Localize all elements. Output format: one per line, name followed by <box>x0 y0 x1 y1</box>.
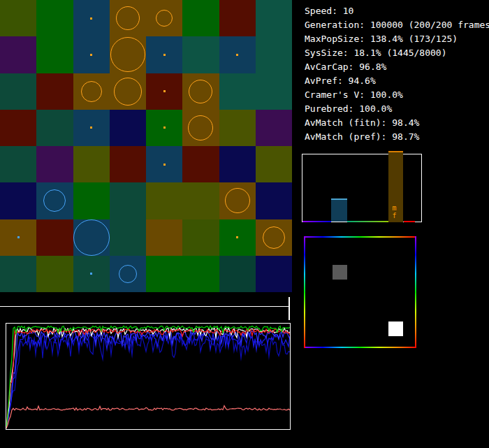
grid-cell <box>219 146 256 182</box>
grid-cell <box>0 146 36 182</box>
grid-cell <box>0 182 36 219</box>
grid-cell <box>256 0 292 36</box>
grid-cell <box>73 219 110 256</box>
stat-generation: Generation: 100000 (200/200 frames) <box>305 18 489 32</box>
grid-cell <box>36 73 73 110</box>
grid-cell <box>0 110 36 146</box>
grid-cell <box>36 36 73 73</box>
axis-gradient-segment <box>347 221 388 222</box>
grid-cell <box>146 182 182 219</box>
stat-av-match-pref: AvMatch (pref): 98.7% <box>305 130 489 144</box>
grid-cell <box>36 219 73 256</box>
grid-cell <box>36 0 73 36</box>
map-rainbow-border <box>415 236 416 348</box>
grid-cell <box>73 256 110 292</box>
grid-cell <box>73 0 110 36</box>
stat-av-pref: AvPref: 94.6% <box>305 74 489 88</box>
grid-cell <box>146 146 182 182</box>
grid-cell <box>182 256 219 292</box>
grid-cell <box>110 256 146 292</box>
genome-map-panel <box>304 236 416 348</box>
grid-cell <box>0 36 36 73</box>
grid-cell <box>219 219 256 256</box>
grid-cell <box>219 182 256 219</box>
grid-cell <box>256 256 292 292</box>
grid-cell <box>36 256 73 292</box>
male-female-label: m f <box>386 204 404 219</box>
grid-cell <box>182 182 219 219</box>
grid-cell <box>256 146 292 182</box>
trend-chart-canvas <box>6 324 290 429</box>
white-square <box>388 321 403 336</box>
grid-cell <box>256 110 292 146</box>
grid-cell <box>256 219 292 256</box>
stat-sys-size: SysSize: 18.1% (1445/8000) <box>305 46 489 60</box>
grid-cell <box>110 0 146 36</box>
grid-cell <box>219 0 256 36</box>
world-grid <box>0 0 292 292</box>
map-rainbow-border <box>304 236 416 238</box>
grid-cell <box>182 146 219 182</box>
grid-cell <box>110 182 146 219</box>
stat-speed: Speed: 10 <box>305 4 489 18</box>
sex-ratio-bar-panel: m f <box>302 154 422 222</box>
grid-cell <box>146 36 182 73</box>
grid-cell <box>73 182 110 219</box>
grid-cell <box>219 256 256 292</box>
map-rainbow-border <box>304 347 416 348</box>
grid-cell <box>146 0 182 36</box>
grid-cell <box>219 36 256 73</box>
grid-cell <box>110 36 146 73</box>
grid-cell <box>182 73 219 110</box>
grid-cell <box>36 146 73 182</box>
grid-cell <box>182 0 219 36</box>
grid-cell <box>146 219 182 256</box>
gray-square <box>333 265 347 280</box>
grid-cell <box>256 36 292 73</box>
frame-progress-line <box>0 306 290 307</box>
axis-gradient-segment <box>404 221 415 222</box>
grid-cell <box>110 219 146 256</box>
grid-cell <box>110 73 146 110</box>
trend-chart-panel <box>6 323 291 430</box>
map-rainbow-border <box>304 236 305 348</box>
grid-cell <box>219 110 256 146</box>
grid-cell <box>0 0 36 36</box>
grid-cell <box>0 256 36 292</box>
stats-panel: Speed: 10 Generation: 100000 (200/200 fr… <box>305 4 489 144</box>
grid-cell <box>36 182 73 219</box>
frame-progress-cursor <box>289 297 290 320</box>
grid-cell <box>36 110 73 146</box>
stat-av-car-cap: AvCarCap: 96.8% <box>305 60 489 74</box>
stat-max-pop-size: MaxPopSize: 138.4% (173/125) <box>305 32 489 46</box>
grid-cell <box>146 73 182 110</box>
stat-cramers-v: Cramer's V: 100.0% <box>305 88 489 102</box>
grid-cell <box>0 219 36 256</box>
stat-av-match-fitn: AvMatch (fitn): 98.4% <box>305 116 489 130</box>
grid-cell <box>110 146 146 182</box>
grid-cell <box>73 146 110 182</box>
grid-cell <box>256 73 292 110</box>
grid-cell <box>219 73 256 110</box>
grid-cell <box>182 219 219 256</box>
grid-cell <box>73 36 110 73</box>
grid-cell <box>146 256 182 292</box>
grid-cell <box>182 36 219 73</box>
axis-gradient-segment <box>302 221 331 222</box>
grid-cell <box>0 73 36 110</box>
grid-cell <box>182 110 219 146</box>
grid-cell <box>256 182 292 219</box>
grid-cell <box>110 110 146 146</box>
grid-cell <box>146 110 182 146</box>
stat-purebred: Purebred: 100.0% <box>305 102 489 116</box>
grid-cell <box>73 110 110 146</box>
grid-cell <box>73 73 110 110</box>
population-bar-male <box>331 198 347 222</box>
